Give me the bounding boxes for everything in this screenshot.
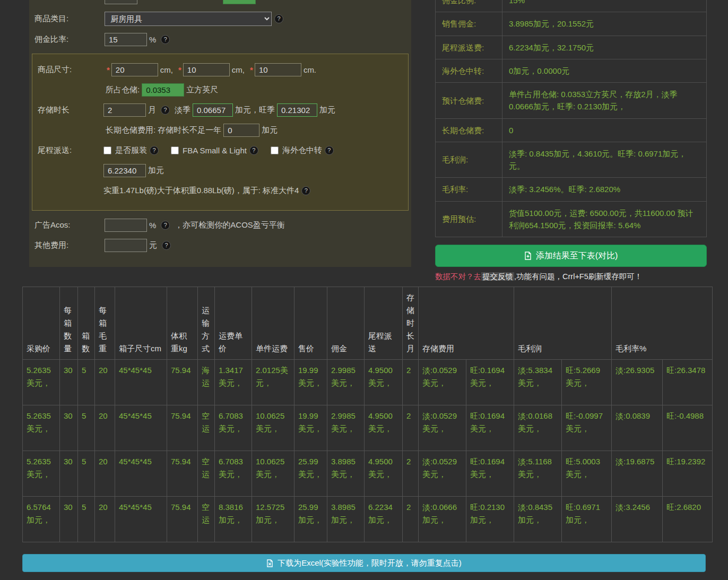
result-value: 淡季: 3.2456%。旺季: 2.6820% bbox=[502, 178, 707, 201]
commission-help-icon[interactable]: ? bbox=[161, 35, 170, 44]
results-row: 佣金比例:15% bbox=[436, 0, 707, 12]
table-cell: 淡:0.0666加元， bbox=[419, 497, 466, 542]
other-fee-input[interactable] bbox=[105, 239, 147, 252]
size-row: 商品尺寸: * cm, * cm, * cm. bbox=[38, 63, 400, 76]
table-cell: 旺:26.3478 bbox=[663, 360, 713, 405]
table-cell: 20 bbox=[95, 360, 115, 405]
table-cell: 2.0125美元， bbox=[252, 360, 294, 405]
column-header: 每箱数量 bbox=[60, 287, 78, 360]
result-value: 单件占用仓储: 0.0353立方英尺，存放2月，淡季0.0666加元，旺季: 0… bbox=[502, 83, 707, 119]
results-row: 尾程派送费:6.2234加元，32.1750元 bbox=[436, 36, 707, 59]
size-width-input[interactable] bbox=[183, 63, 230, 76]
lastmile-label: 尾程派送: bbox=[38, 145, 103, 155]
table-cell: 淡:0.0839 bbox=[612, 405, 663, 451]
result-value: 货值5100.00元，运费: 6500.00元，共11600.00 预计利润65… bbox=[502, 201, 707, 237]
result-label: 毛利率: bbox=[436, 178, 502, 201]
clothing-checkbox[interactable] bbox=[103, 146, 111, 154]
table-cell: 45*45*45 bbox=[115, 405, 167, 451]
storage-duration-row: 存储时长 月 ? 淡季 加元，旺季 加元 bbox=[38, 103, 400, 117]
table-cell: 5.2635美元， bbox=[23, 405, 60, 451]
table-cell: 淡:0.0529美元， bbox=[419, 451, 466, 497]
table-cell: 6.7083美元， bbox=[215, 451, 252, 497]
duration-input[interactable] bbox=[103, 103, 146, 117]
fba-help-icon[interactable]: ? bbox=[249, 146, 258, 155]
size-height-input[interactable] bbox=[255, 63, 301, 76]
table-cell: 8.3816加元， bbox=[215, 497, 252, 542]
table-cell: 5.2635美元， bbox=[23, 360, 60, 405]
occupied-storage-input[interactable] bbox=[142, 83, 184, 97]
table-cell: 30 bbox=[60, 451, 78, 497]
table-cell: 旺:19.2392 bbox=[663, 451, 713, 497]
duration-help-icon[interactable]: ? bbox=[161, 106, 170, 115]
table-cell: 旺:0.6971加元， bbox=[562, 497, 612, 542]
table-cell: 20 bbox=[95, 405, 115, 451]
table-row: 5.2635美元，3052045*45*4575.94空运6.7083美元，10… bbox=[23, 405, 713, 451]
result-value: 3.8985加元，20.1552元 bbox=[502, 12, 707, 36]
table-cell: 75.94 bbox=[167, 360, 198, 405]
table-cell: 淡:0.0529美元， bbox=[419, 405, 466, 451]
result-label: 长期仓储费: bbox=[436, 118, 502, 142]
table-cell: 2 bbox=[403, 497, 419, 542]
lastmile-fee-input[interactable] bbox=[103, 164, 146, 177]
results-panel: 佣金比例:15%销售佣金:3.8985加元，20.1552元尾程派送费:6.22… bbox=[435, 0, 707, 282]
low-season-fee-input[interactable] bbox=[193, 103, 233, 117]
longterm-storage-row: 长期仓储费用: 存储时长不足一年 加元 bbox=[103, 123, 400, 137]
high-season-fee-input[interactable] bbox=[277, 103, 317, 117]
weight-note-help-icon[interactable]: ? bbox=[301, 186, 310, 195]
table-cell: 75.94 bbox=[167, 405, 198, 451]
result-label: 预计仓储费: bbox=[436, 83, 502, 119]
result-value: 0 bbox=[502, 118, 707, 142]
clothing-help-icon[interactable]: ? bbox=[150, 146, 159, 155]
table-cell: 旺:5.0003美元， bbox=[562, 451, 612, 497]
other-fee-row: 其他费用: 元 ? bbox=[34, 238, 406, 252]
table-cell: 1.3417美元， bbox=[215, 360, 252, 405]
fba-small-light-checkbox[interactable] bbox=[171, 146, 179, 154]
table-row: 6.5764加元，3052045*45*4575.94空运8.3816加元，12… bbox=[23, 497, 713, 542]
cm-unit: cm. bbox=[304, 65, 316, 74]
results-row: 海外仓中转:0加元，0.0000元 bbox=[436, 59, 707, 82]
feedback-link[interactable]: 提交反馈 bbox=[481, 272, 514, 281]
download-excel-button-label: 下载为Excel(实验性功能，限时开放，请勿重复点击) bbox=[278, 558, 462, 568]
results-row: 毛利润:淡季: 0.8435加元，4.3610元。旺季: 0.6971加元，元。 bbox=[436, 142, 707, 178]
low-season-label: 淡季 bbox=[175, 105, 190, 115]
clipped-input-sliver bbox=[105, 0, 137, 4]
table-cell: 2.9985美元， bbox=[327, 360, 365, 405]
feedback-line: 数据不对？去提交反馈,功能有问题，Crrl+F5刷新缓存即可！ bbox=[435, 272, 707, 282]
table-cell: 旺:-0.0997美元， bbox=[562, 405, 612, 451]
acos-input[interactable] bbox=[105, 219, 147, 232]
table-cell: 空运 bbox=[198, 405, 215, 451]
commission-input[interactable] bbox=[105, 33, 147, 46]
result-label: 销售佣金: bbox=[436, 12, 502, 36]
result-label: 费用预估: bbox=[436, 201, 502, 237]
table-cell: 6.7083美元， bbox=[215, 405, 252, 451]
fba-small-light-label: FBA Small & Light bbox=[183, 146, 247, 155]
add-result-button[interactable]: 添加结果至下表(对比) bbox=[435, 245, 707, 267]
download-excel-button[interactable]: 下载为Excel(实验性功能，限时开放，请勿重复点击) bbox=[22, 554, 706, 572]
table-row: 5.2635美元，3052045*45*4575.94海运1.3417美元，2.… bbox=[23, 360, 713, 405]
overseas-transfer-checkbox[interactable] bbox=[271, 146, 279, 154]
size-length-input[interactable] bbox=[111, 63, 158, 76]
column-header: 运输方式 bbox=[198, 287, 215, 360]
table-cell: 淡:0.0529美元， bbox=[419, 360, 466, 405]
table-cell: 12.5725加元， bbox=[252, 497, 294, 542]
column-header: 采购价 bbox=[23, 287, 60, 360]
table-cell: 空运 bbox=[198, 497, 215, 542]
size-settings-box: 商品尺寸: * cm, * cm, * cm. 所占仓储: 立方英尺 存储时长 … bbox=[32, 54, 409, 211]
table-cell: 25.99美元， bbox=[294, 451, 327, 497]
commission-row: 佣金比率: % ? bbox=[34, 32, 406, 46]
acos-help-icon[interactable]: ? bbox=[161, 221, 170, 230]
table-cell: 25.99加元， bbox=[294, 497, 327, 542]
category-select[interactable]: 厨房用具 bbox=[105, 12, 272, 26]
clothing-checkbox-label: 是否服装 bbox=[115, 145, 147, 155]
column-header: 单件运费 bbox=[252, 287, 294, 360]
longterm-fee-input[interactable] bbox=[223, 124, 259, 137]
cad-unit: 加元 bbox=[148, 166, 164, 176]
add-result-button-label: 添加结果至下表(对比) bbox=[536, 250, 618, 262]
results-row: 费用预估:货值5100.00元，运费: 6500.00元，共11600.00 预… bbox=[436, 201, 707, 237]
other-fee-help-icon[interactable]: ? bbox=[162, 241, 171, 250]
table-cell: 淡:3.2456 bbox=[612, 497, 663, 542]
overseas-help-icon[interactable]: ? bbox=[325, 146, 334, 155]
column-header: 体积重kg bbox=[167, 287, 198, 360]
table-cell: 2 bbox=[403, 405, 419, 451]
category-help-icon[interactable]: ? bbox=[274, 14, 283, 23]
